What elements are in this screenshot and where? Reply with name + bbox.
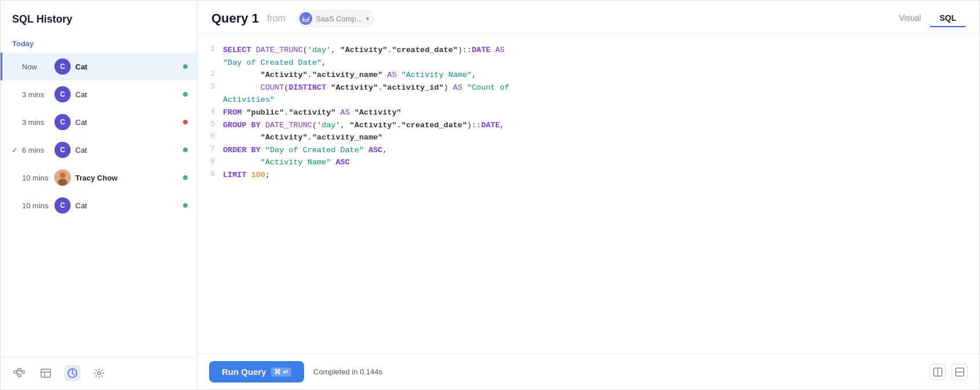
user-name: Tracy Chow (75, 174, 183, 182)
tab-visual[interactable]: Visual (890, 10, 930, 27)
avatar: C (54, 197, 71, 214)
code-line: Activities" (223, 94, 975, 106)
code-row: 8 "Activity Name" ASC (202, 156, 975, 169)
expand-panel-icon[interactable] (952, 364, 968, 380)
time-label: Now (22, 62, 54, 71)
history-item[interactable]: 3 mins C Cat (1, 108, 197, 136)
history-item[interactable]: ✓ 6 mins C Cat (1, 136, 197, 164)
code-line: "Activity"."activity_name" AS "Activity … (223, 69, 975, 82)
status-dot (183, 120, 188, 124)
table-icon[interactable] (38, 365, 54, 381)
code-line: "Activity Name" ASC (223, 156, 975, 169)
time-label: 10 mins (22, 174, 54, 182)
tab-sql[interactable]: SQL (930, 10, 966, 27)
status-dot (183, 148, 188, 152)
code-line: SELECT DATE_TRUNC('day', "Activity"."cre… (223, 44, 975, 57)
code-line: LIMIT 100; (223, 169, 975, 182)
from-label: from (267, 13, 286, 24)
code-line: "Activity"."activity_name" (223, 131, 975, 144)
time-label: 10 mins (22, 201, 54, 210)
collapse-panel-icon[interactable] (930, 364, 946, 380)
code-row: "Day of Created Date", (202, 57, 975, 69)
status-dot (183, 92, 188, 97)
settings-icon[interactable] (91, 365, 107, 381)
app-container: SQL History Today Now C Cat 3 mins C Cat (1, 1, 979, 389)
avatar: C (54, 58, 71, 75)
code-line: FROM "public"."activity" AS "Activity" (223, 106, 975, 119)
today-section-label: Today (1, 31, 197, 53)
code-line: "Day of Created Date", (223, 57, 975, 69)
line-number (202, 57, 223, 69)
check-mark: ✓ (12, 146, 22, 154)
user-name: Cat (75, 146, 183, 154)
status-dot (183, 203, 188, 208)
code-line: GROUP BY DATE_TRUNC('day', "Activity"."c… (223, 119, 975, 132)
avatar: C (54, 86, 71, 102)
line-number: 9 (202, 169, 223, 182)
completed-status: Completed in 0.144s (313, 367, 920, 376)
code-row: 9 LIMIT 100; (202, 169, 975, 182)
svg-rect-3 (14, 371, 17, 373)
avatar (54, 170, 71, 186)
code-row: Activities" (202, 94, 975, 106)
run-shortcut: ⌘ ↵ (271, 367, 291, 377)
history-item[interactable]: 10 mins C Cat (1, 192, 197, 219)
left-footer (1, 356, 197, 389)
user-name: Cat (75, 118, 183, 127)
code-table: 1 SELECT DATE_TRUNC('day', "Activity"."c… (202, 44, 975, 182)
code-row: 1 SELECT DATE_TRUNC('day', "Activity"."c… (202, 44, 975, 57)
svg-line-8 (17, 372, 18, 376)
history-item[interactable]: 3 mins C Cat (1, 80, 197, 108)
svg-rect-5 (18, 374, 21, 377)
svg-line-9 (21, 370, 22, 372)
svg-line-7 (17, 370, 18, 372)
database-selector[interactable]: SaaS Comp... ▾ (296, 10, 375, 27)
right-header: Query 1 from SaaS Comp... ▾ Visual SQL (198, 1, 979, 34)
time-label: 6 mins (22, 146, 54, 154)
right-footer: Run Query ⌘ ↵ Completed in 0.144s (198, 354, 979, 389)
line-number: 7 (202, 144, 223, 157)
svg-rect-10 (41, 369, 50, 377)
line-number: 6 (202, 131, 223, 144)
schema-icon[interactable] (11, 365, 27, 381)
line-number: 1 (202, 44, 223, 57)
status-dot (183, 64, 188, 69)
avatar: C (54, 142, 71, 158)
user-name: Cat (75, 90, 183, 99)
svg-point-1 (60, 172, 65, 178)
query-title: Query 1 (211, 11, 259, 26)
code-row: 4 FROM "public"."activity" AS "Activity" (202, 106, 975, 119)
user-name: Cat (75, 62, 183, 71)
time-label: 3 mins (22, 90, 54, 99)
history-item[interactable]: 10 mins Tracy Chow (1, 164, 197, 192)
code-line: COUNT(DISTINCT "Activity"."activity_id")… (223, 82, 975, 94)
history-item[interactable]: Now C Cat (1, 53, 197, 80)
svg-point-2 (58, 179, 67, 186)
history-icon[interactable] (64, 365, 81, 381)
chevron-down-icon: ▾ (366, 15, 370, 23)
svg-rect-6 (22, 371, 25, 373)
line-number (202, 94, 223, 106)
db-icon (299, 12, 312, 25)
svg-rect-4 (18, 369, 21, 371)
code-line: ORDER BY "Day of Created Date" ASC, (223, 144, 975, 157)
sql-history-title: SQL History (1, 1, 197, 31)
line-number: 2 (202, 69, 223, 82)
run-label: Run Query (222, 367, 266, 377)
db-name: SaaS Comp... (316, 14, 363, 23)
run-query-button[interactable]: Run Query ⌘ ↵ (209, 361, 304, 382)
footer-right-icons (930, 364, 968, 380)
right-panel: Query 1 from SaaS Comp... ▾ Visual SQL (198, 1, 979, 389)
line-number: 4 (202, 106, 223, 119)
status-dot (183, 175, 188, 180)
line-number: 8 (202, 156, 223, 169)
view-tabs: Visual SQL (890, 10, 966, 27)
left-panel: SQL History Today Now C Cat 3 mins C Cat (1, 1, 198, 389)
line-number: 3 (202, 82, 223, 94)
svg-point-14 (98, 372, 101, 375)
time-label: 3 mins (22, 118, 54, 127)
code-row: 3 COUNT(DISTINCT "Activity"."activity_id… (202, 82, 975, 94)
code-row: 7 ORDER BY "Day of Created Date" ASC, (202, 144, 975, 157)
line-number: 5 (202, 119, 223, 132)
user-name: Cat (75, 201, 183, 210)
